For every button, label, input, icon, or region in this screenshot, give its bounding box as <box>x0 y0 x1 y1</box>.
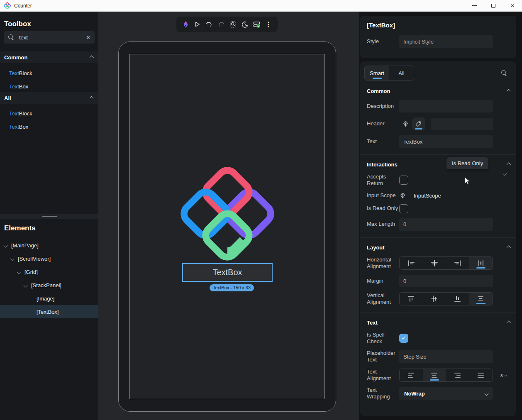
input-scope-value-group[interactable]: InputScope <box>399 192 441 199</box>
designer-toolbar: ⋮ <box>176 17 278 32</box>
expand-chevron-icon[interactable] <box>4 243 8 247</box>
devices-status-check-icon[interactable] <box>251 19 262 30</box>
item-match: Text <box>9 124 19 130</box>
close-button[interactable]: ✕ <box>503 0 522 11</box>
style-input[interactable]: Implicit Style <box>399 35 493 48</box>
toolbox-title: Toolbox <box>4 20 31 28</box>
tree-item-scrollviewer[interactable]: [ScrollViewer] <box>0 252 98 265</box>
section-title: Layout <box>367 244 507 251</box>
placeholder-text-input[interactable]: Step Size <box>399 350 493 363</box>
row-is-spell-check: Is Spell Check ✓ <box>360 329 516 348</box>
section-common[interactable]: Common <box>360 81 516 98</box>
redo-icon[interactable] <box>216 19 227 30</box>
panel-splitter-handle[interactable] <box>0 214 98 219</box>
section-title: Text <box>367 320 507 326</box>
text-align-center-icon <box>430 371 439 379</box>
tree-label: [ScrollViewer] <box>18 256 51 262</box>
section-interactions[interactable]: Interactions <box>360 154 516 171</box>
title-bar: Counter ✕ <box>0 0 522 12</box>
tree-item-mainpage[interactable]: [MainPage] <box>0 239 98 252</box>
more-options-icon[interactable]: ⋮ <box>263 19 274 30</box>
text-align-center-button[interactable] <box>423 369 446 381</box>
toolbox-item-textbox-all[interactable]: TextBox <box>9 122 28 131</box>
is-spell-check-checkbox[interactable]: ✓ <box>399 334 408 343</box>
undo-icon[interactable] <box>204 19 215 30</box>
align-vstretch-button[interactable] <box>469 293 493 305</box>
toolbox-section-common[interactable]: Common <box>0 51 98 63</box>
properties-search-icon[interactable] <box>501 70 507 76</box>
text-align-right-button[interactable] <box>446 369 469 381</box>
text-align-left-button[interactable] <box>400 369 423 381</box>
uno-logo-image[interactable] <box>179 166 276 262</box>
binding-diamond-icon[interactable] <box>399 117 412 130</box>
align-bottom-icon <box>453 295 462 303</box>
text-wrapping-select[interactable]: NoWrap <box>399 387 493 400</box>
play-icon[interactable] <box>192 19 203 30</box>
align-right-button[interactable] <box>446 257 469 269</box>
theme-moon-icon[interactable] <box>239 19 250 30</box>
toolbox-item-textblock[interactable]: TextBlock <box>9 68 32 78</box>
row-is-read-only: Is Read Only <box>360 202 516 216</box>
align-bottom-button[interactable] <box>446 293 469 305</box>
minimize-icon <box>472 5 477 6</box>
tree-item-stackpanel[interactable]: [StackPanel] <box>0 278 98 292</box>
tree-item-image[interactable]: [Image] <box>0 292 98 305</box>
align-vstretch-icon <box>476 295 485 303</box>
canvas-selected-textbox[interactable]: TextBox <box>182 263 273 282</box>
tab-all[interactable]: All <box>389 66 414 80</box>
max-length-input[interactable]: 0 <box>399 218 493 231</box>
row-header: Header <box>360 115 516 133</box>
align-center-icon <box>430 259 439 267</box>
design-canvas[interactable]: ⋮ TextBox TextBox - 150 x 33 <box>98 12 359 420</box>
expand-chevron-icon[interactable] <box>24 283 28 287</box>
placeholder-text-label: Placeholder Text <box>367 350 399 364</box>
is-spell-check-label: Is Spell Check <box>367 332 399 345</box>
tag-icon[interactable] <box>412 117 425 130</box>
property-tabs: Smart All <box>364 66 414 81</box>
align-stretch-button[interactable] <box>469 257 493 269</box>
device-screen[interactable]: TextBox TextBox - 150 x 33 <box>129 54 325 399</box>
tree-item-grid[interactable]: [Grid] <box>0 265 98 278</box>
toolbox-search-input[interactable]: text ✕ <box>4 31 95 44</box>
align-middle-button[interactable] <box>423 293 446 305</box>
toolbox-item-textblock-all[interactable]: TextBlock <box>9 109 32 118</box>
tree-item-textbox[interactable]: [TextBox] <box>0 305 98 318</box>
zoom-to-selection-icon[interactable] <box>227 19 238 30</box>
text-align-justify-button[interactable] <box>469 369 493 381</box>
item-rest: Block <box>19 70 32 76</box>
tab-smart[interactable]: Smart <box>365 66 389 80</box>
properties-card: Smart All Common Description Header <box>360 61 516 416</box>
toolbox-section-all[interactable]: All <box>0 92 98 104</box>
chevron-up-icon <box>507 89 511 93</box>
align-top-icon <box>407 295 416 303</box>
selected-element-title: [TextBox] <box>367 22 510 29</box>
chevron-up-icon <box>507 163 511 167</box>
x-selector-label: x <box>500 371 503 379</box>
is-read-only-checkbox[interactable] <box>399 204 408 213</box>
max-length-label: Max Length <box>367 221 399 227</box>
expand-chevron-icon[interactable] <box>17 270 21 274</box>
row-input-scope: Input Scope InputScope <box>360 190 516 202</box>
hot-reload-flame-icon[interactable] <box>180 19 191 30</box>
align-center-button[interactable] <box>423 257 446 269</box>
markup-extension-selector[interactable]: x <box>500 371 507 379</box>
accepts-return-checkbox[interactable] <box>399 176 408 185</box>
margin-input[interactable]: 0 <box>399 275 493 287</box>
tree-label: [MainPage] <box>11 242 39 249</box>
maximize-button[interactable] <box>484 0 503 11</box>
align-top-button[interactable] <box>400 293 423 305</box>
clear-search-icon[interactable]: ✕ <box>86 34 90 41</box>
margin-value: 0 <box>403 278 406 284</box>
minimize-button[interactable] <box>465 0 484 11</box>
item-rest: Box <box>19 83 28 90</box>
align-left-button[interactable] <box>400 257 423 269</box>
binding-diamond-icon <box>399 192 406 199</box>
row-accepts-return: Accepts Return <box>360 171 516 190</box>
header-input[interactable] <box>431 118 493 130</box>
section-layout[interactable]: Layout <box>360 237 516 254</box>
text-input[interactable]: TextBox <box>399 135 493 148</box>
section-text[interactable]: Text <box>360 313 516 329</box>
toolbox-item-textbox[interactable]: TextBox <box>9 82 28 91</box>
expand-chevron-icon[interactable] <box>10 256 15 261</box>
description-input[interactable] <box>399 100 493 112</box>
